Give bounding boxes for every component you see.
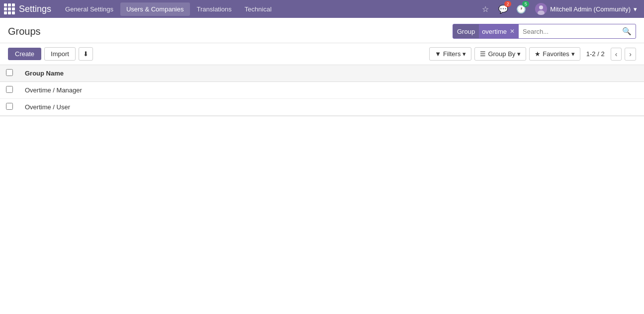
user-menu[interactable]: Mitchell Admin (Community) ▾ (532, 1, 640, 17)
row-checkbox-cell-2 (0, 99, 19, 116)
nav-technical[interactable]: Technical (239, 2, 277, 16)
import-button[interactable]: Import (44, 47, 76, 61)
page-title: Groups (8, 26, 41, 37)
favorites-button[interactable]: ★ Favorites ▾ (529, 47, 580, 61)
action-bar-left: Create Import ⬇ (8, 47, 93, 61)
nav-translations[interactable]: Translations (191, 2, 238, 16)
search-button[interactable]: 🔍 (618, 24, 636, 38)
pagination-prev-button[interactable]: ‹ (611, 48, 622, 61)
action-bar-right: ▼ Filters ▾ ☰ Group By ▾ ★ Favorites ▾ 1… (429, 47, 636, 61)
main-content: Groups Group overtime ✕ 🔍 Create Import … (0, 18, 644, 314)
table-row: Overtime / Manager (0, 82, 644, 99)
groupby-button[interactable]: ☰ Group By ▾ (474, 47, 526, 61)
pagination-next-button[interactable]: › (625, 48, 636, 61)
navbar: Settings General Settings Users & Compan… (0, 0, 644, 18)
star-button[interactable]: ☆ (478, 2, 492, 16)
activity-button[interactable]: 🕐 5 (514, 2, 528, 16)
nav-general-settings[interactable]: General Settings (59, 2, 119, 16)
app-brand[interactable]: Settings (4, 3, 51, 14)
groupby-icon: ☰ (480, 50, 486, 58)
search-tag-group: Group overtime ✕ (453, 24, 519, 38)
pagination-info: 1-2 / 2 (586, 50, 605, 58)
chat-button[interactable]: 💬 2 (496, 2, 510, 16)
row-name-1[interactable]: Overtime / Manager (19, 82, 644, 99)
favorites-label: Favorites (543, 50, 569, 58)
search-icon: 🔍 (622, 27, 632, 36)
row-checkbox-2[interactable] (6, 103, 13, 110)
user-name: Mitchell Admin (Community) (550, 5, 631, 13)
search-area: Group overtime ✕ 🔍 (453, 24, 636, 39)
create-button[interactable]: Create (8, 48, 41, 60)
activity-badge: 5 (522, 1, 529, 7)
avatar (535, 3, 547, 15)
groupby-dropdown-icon: ▾ (517, 50, 521, 58)
filters-dropdown-icon: ▾ (462, 50, 466, 58)
groupby-label: Group By (488, 50, 515, 58)
header-checkbox-cell (0, 65, 19, 82)
star-icon: ☆ (482, 4, 489, 14)
row-link-1[interactable]: Overtime / Manager (25, 86, 82, 94)
section-divider (0, 116, 644, 116)
download-button[interactable]: ⬇ (79, 47, 93, 61)
search-tag-close-button[interactable]: ✕ (509, 28, 516, 35)
navbar-right: ☆ 💬 2 🕐 5 Mitchell Admin (Community) ▾ (478, 1, 640, 17)
column-group-name: Group Name (19, 65, 644, 82)
nav-users-companies[interactable]: Users & Companies (120, 2, 190, 16)
header-checkbox[interactable] (6, 69, 13, 76)
user-dropdown-icon: ▾ (634, 5, 637, 13)
row-checkbox-cell-1 (0, 82, 19, 99)
search-tag-value: overtime ✕ (479, 24, 519, 38)
table-row: Overtime / User (0, 99, 644, 116)
row-name-2[interactable]: Overtime / User (19, 99, 644, 116)
table-header: Group Name (0, 65, 644, 82)
row-link-2[interactable]: Overtime / User (25, 103, 70, 111)
filter-icon: ▼ (435, 50, 441, 58)
svg-point-1 (539, 5, 543, 9)
column-group-name-label: Group Name (25, 70, 64, 77)
data-table: Group Name Overtime / Manager Overtime /… (0, 65, 644, 116)
favorites-icon: ★ (535, 50, 541, 58)
search-tag-text: overtime (482, 28, 507, 35)
avatar-image (535, 3, 547, 15)
filters-button[interactable]: ▼ Filters ▾ (429, 47, 471, 61)
chat-badge: 2 (504, 1, 511, 7)
table-header-row: Group Name (0, 65, 644, 82)
search-tag-label: Group (453, 24, 479, 38)
download-icon: ⬇ (83, 50, 89, 58)
app-menu-icon[interactable] (4, 3, 15, 14)
navbar-menu: General Settings Users & Companies Trans… (59, 2, 476, 16)
app-title: Settings (19, 4, 51, 14)
search-input[interactable] (519, 24, 618, 38)
page-header: Groups Group overtime ✕ 🔍 (0, 18, 644, 43)
favorites-dropdown-icon: ▾ (571, 50, 575, 58)
table-body: Overtime / Manager Overtime / User (0, 82, 644, 116)
filters-label: Filters (443, 50, 460, 58)
row-checkbox-1[interactable] (6, 86, 13, 93)
action-bar: Create Import ⬇ ▼ Filters ▾ ☰ Group By ▾… (0, 43, 644, 65)
